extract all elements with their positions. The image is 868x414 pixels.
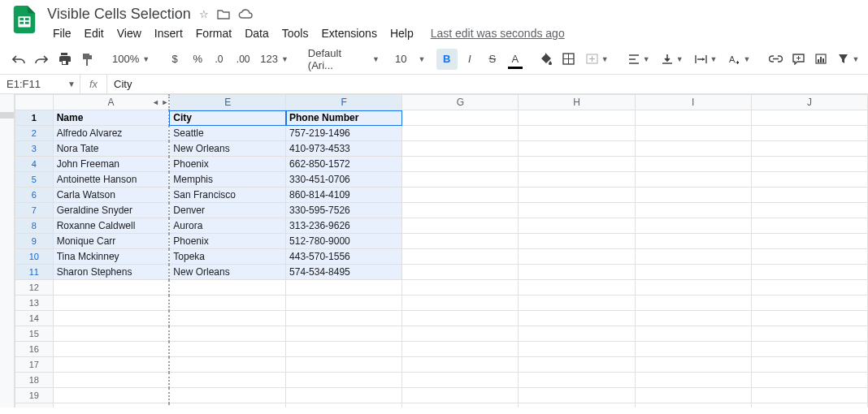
row-header-6[interactable]: 6 — [15, 188, 54, 203]
name-box-dropdown[interactable]: ▼ — [63, 80, 80, 88]
cell-A8[interactable]: Roxanne Caldwell — [53, 218, 169, 234]
italic-button[interactable]: I — [459, 49, 480, 70]
cell-F7[interactable]: 330-595-7526 — [286, 203, 402, 218]
cell-A16[interactable] — [53, 342, 169, 357]
cell-H11[interactable] — [519, 265, 635, 280]
row-header-16[interactable]: 16 — [15, 342, 54, 357]
cell-H20[interactable] — [519, 403, 635, 408]
cell-E5[interactable]: Memphis — [169, 172, 285, 188]
cell-H2[interactable] — [519, 126, 635, 141]
vertical-align-button[interactable]: ▼ — [657, 49, 688, 70]
text-wrap-button[interactable]: ▼ — [690, 49, 723, 70]
cell-H12[interactable] — [519, 280, 635, 295]
column-header-I[interactable]: I — [635, 95, 751, 110]
row-header-1[interactable]: 1 — [15, 110, 54, 126]
column-group-toggle[interactable]: ◄ ► — [151, 95, 169, 110]
undo-button[interactable] — [8, 49, 29, 70]
cell-I19[interactable] — [635, 388, 751, 403]
cell-A7[interactable]: Geraldine Snyder — [53, 203, 169, 218]
cell-E11[interactable]: New Orleans — [169, 265, 285, 280]
column-header-A[interactable]: A◄ ► — [53, 95, 169, 110]
row-header-2[interactable]: 2 — [15, 126, 54, 141]
cell-F10[interactable]: 443-570-1556 — [286, 249, 402, 265]
cell-J2[interactable] — [751, 126, 867, 141]
strikethrough-button[interactable]: S — [482, 49, 503, 70]
cell-E15[interactable] — [169, 326, 285, 342]
menu-extensions[interactable]: Extensions — [315, 25, 382, 41]
font-select[interactable]: Default (Ari...▼ — [303, 49, 384, 70]
insert-comment-button[interactable] — [788, 49, 809, 70]
row-header-17[interactable]: 17 — [15, 357, 54, 373]
cell-F19[interactable] — [286, 388, 402, 403]
cell-H15[interactable] — [519, 326, 635, 342]
row-header-4[interactable]: 4 — [15, 157, 54, 172]
cell-E14[interactable] — [169, 311, 285, 326]
freeze-handle[interactable] — [0, 112, 14, 119]
cell-E4[interactable]: Phoenix — [169, 157, 285, 172]
menu-help[interactable]: Help — [384, 25, 419, 41]
menu-view[interactable]: View — [111, 25, 147, 41]
row-header-19[interactable]: 19 — [15, 388, 54, 403]
cell-G18[interactable] — [402, 373, 519, 388]
insert-chart-button[interactable] — [810, 49, 831, 70]
cell-J13[interactable] — [751, 295, 867, 311]
select-all-cell[interactable] — [15, 95, 54, 110]
cell-H7[interactable] — [519, 203, 635, 218]
cell-H14[interactable] — [519, 311, 635, 326]
merge-cells-button[interactable]: ▼ — [581, 49, 614, 70]
print-button[interactable] — [54, 49, 75, 70]
borders-button[interactable] — [558, 49, 579, 70]
filter-button[interactable]: ▼ — [833, 49, 864, 70]
cell-A12[interactable] — [53, 280, 169, 295]
cell-I15[interactable] — [635, 326, 751, 342]
cell-G8[interactable] — [402, 218, 519, 234]
cell-G17[interactable] — [402, 357, 519, 373]
cell-J12[interactable] — [751, 280, 867, 295]
cell-A9[interactable]: Monique Carr — [53, 234, 169, 249]
cell-J18[interactable] — [751, 373, 867, 388]
cell-F11[interactable]: 574-534-8495 — [286, 265, 402, 280]
name-box[interactable]: E1:F11 — [0, 78, 63, 90]
cell-A15[interactable] — [53, 326, 169, 342]
cell-A11[interactable]: Sharon Stephens — [53, 265, 169, 280]
cell-E12[interactable] — [169, 280, 285, 295]
cell-H3[interactable] — [519, 141, 635, 157]
row-header-3[interactable]: 3 — [15, 141, 54, 157]
cell-I8[interactable] — [635, 218, 751, 234]
cell-F12[interactable] — [286, 280, 402, 295]
cell-J3[interactable] — [751, 141, 867, 157]
percent-button[interactable]: % — [187, 49, 208, 70]
cell-E9[interactable]: Phoenix — [169, 234, 285, 249]
sheets-logo[interactable] — [10, 5, 39, 34]
menu-insert[interactable]: Insert — [149, 25, 189, 41]
cell-G15[interactable] — [402, 326, 519, 342]
cell-H17[interactable] — [519, 357, 635, 373]
row-header-9[interactable]: 9 — [15, 234, 54, 249]
cell-J8[interactable] — [751, 218, 867, 234]
cell-A10[interactable]: Tina Mckinney — [53, 249, 169, 265]
cell-A18[interactable] — [53, 373, 169, 388]
cell-G12[interactable] — [402, 280, 519, 295]
cell-G4[interactable] — [402, 157, 519, 172]
menu-format[interactable]: Format — [190, 25, 237, 41]
text-rotation-button[interactable]: A▼ — [723, 49, 755, 70]
cell-E20[interactable] — [169, 403, 285, 408]
cell-G1[interactable] — [402, 110, 519, 126]
horizontal-align-button[interactable]: ▼ — [623, 49, 655, 70]
cell-E17[interactable] — [169, 357, 285, 373]
cell-F18[interactable] — [286, 373, 402, 388]
menu-edit[interactable]: Edit — [79, 25, 110, 41]
cell-H16[interactable] — [519, 342, 635, 357]
cell-J1[interactable] — [751, 110, 867, 126]
cell-G10[interactable] — [402, 249, 519, 265]
row-header-10[interactable]: 10 — [15, 249, 54, 265]
insert-link-button[interactable] — [765, 49, 786, 70]
cell-J6[interactable] — [751, 188, 867, 203]
column-header-F[interactable]: F — [286, 95, 402, 110]
cell-J20[interactable] — [751, 403, 867, 408]
cell-F17[interactable] — [286, 357, 402, 373]
column-header-J[interactable]: J — [751, 95, 867, 110]
cell-A2[interactable]: Alfredo Alvarez — [53, 126, 169, 141]
cell-J11[interactable] — [751, 265, 867, 280]
cell-J14[interactable] — [751, 311, 867, 326]
